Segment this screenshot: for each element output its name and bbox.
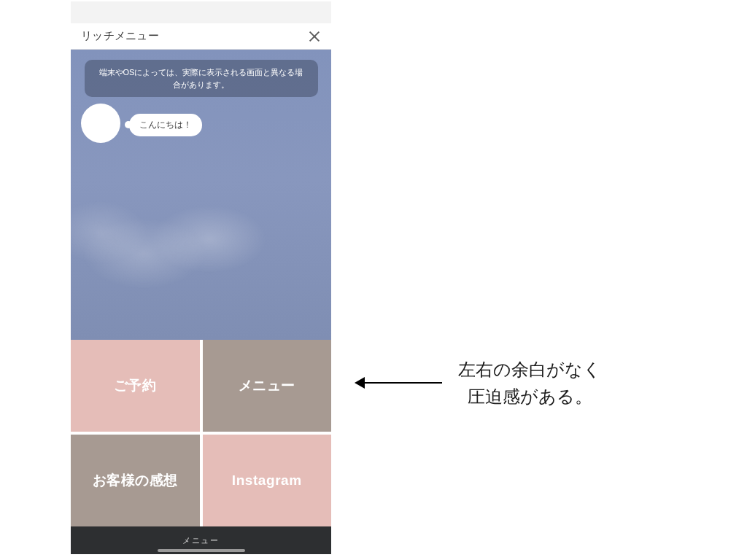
annotation-text: 左右の余白がなく 圧迫感がある。: [458, 356, 601, 410]
bottom-bar-label: メニュー: [182, 535, 220, 546]
modal-header: リッチメニュー: [71, 23, 331, 50]
richmenu-tile-reservation[interactable]: ご予約: [71, 340, 200, 432]
rich-menu-grid: ご予約 メニュー お客様の感想 Instagram: [71, 340, 331, 526]
richmenu-toggle-bar[interactable]: メニュー: [71, 526, 331, 554]
close-icon[interactable]: [308, 30, 321, 43]
richmenu-tile-instagram[interactable]: Instagram: [203, 435, 332, 526]
avatar[interactable]: [81, 104, 120, 143]
modal-title: リッチメニュー: [81, 29, 159, 43]
richmenu-tile-reviews[interactable]: お客様の感想: [71, 435, 200, 526]
tile-label: メニュー: [239, 376, 295, 395]
chat-bubble: こんにちは！: [129, 114, 202, 136]
tile-label: お客様の感想: [93, 471, 178, 490]
notice-banner: 端末やOSによっては、実際に表示される画面と異なる場合があります。: [85, 60, 318, 97]
home-indicator: [158, 549, 245, 552]
chat-background: 端末やOSによっては、実際に表示される画面と異なる場合があります。 こんにちは！: [71, 50, 331, 340]
tile-label: Instagram: [232, 472, 302, 489]
richmenu-tile-menu[interactable]: メニュー: [203, 340, 332, 432]
phone-frame: リッチメニュー 端末やOSによっては、実際に表示される画面と異なる場合があります…: [71, 1, 331, 554]
annotation: 左右の余白がなく 圧迫感がある。: [355, 356, 601, 410]
tile-label: ご予約: [114, 376, 157, 395]
status-bar-spacer: [71, 1, 331, 23]
cloud-decoration: [71, 188, 290, 298]
arrow-left-icon: [355, 374, 442, 392]
